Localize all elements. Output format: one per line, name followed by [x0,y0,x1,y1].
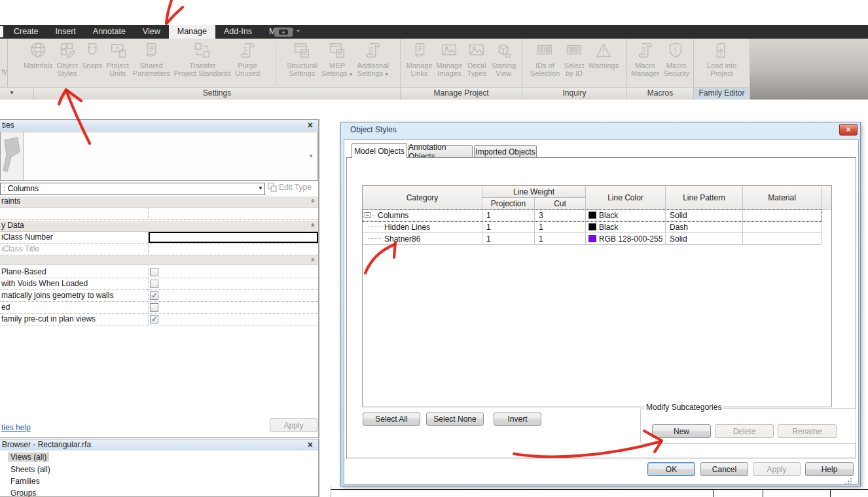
structural-settings-button[interactable]: StructuralSettings [285,40,319,77]
plane-based-checkbox[interactable] [150,268,158,276]
constraints-section-header[interactable]: raints» [0,196,318,208]
tab-annotate[interactable]: Annotate [84,25,134,39]
tab-annotation-objects[interactable]: Annotation Objects [408,145,473,157]
ribbon-display-toggle-icon[interactable] [274,28,293,37]
shared-parameters-button[interactable]: SharedParameters [131,40,172,77]
column-header-material[interactable]: Material [743,186,822,210]
tab-addins[interactable]: Add-Ins [215,25,261,39]
edit-type-icon [268,183,277,192]
manage-links-button[interactable]: ManageLinks [405,40,435,77]
omniclass-number-input[interactable] [149,232,318,243]
column-header-cut[interactable]: Cut [535,198,586,210]
select-all-button[interactable]: Select All [363,413,420,426]
type-selector-combo[interactable]: : Columns ▼ [0,183,265,195]
other-section-header[interactable]: » [0,255,318,265]
identity-data-section-header[interactable]: y Data» [0,221,318,232]
column-header-line-color[interactable]: Line Color [586,186,666,210]
ids-of-selection-button[interactable]: IDs ofSelection [528,40,562,77]
collapse-section-icon[interactable]: » [308,258,316,262]
tab-create[interactable]: Create [5,25,47,39]
transfer-project-standards-button[interactable]: TransferProject Standards [172,40,233,77]
object-styles-button[interactable]: ObjectStyles [55,40,80,77]
starting-view-button[interactable]: StartingView [489,40,518,77]
properties-help-link[interactable]: ties help [1,423,31,432]
object-styles-dialog: Object Styles × Model Objects Annotation… [340,122,861,487]
tab-view[interactable]: View [134,25,169,39]
column-header-projection[interactable]: Projection [482,198,535,210]
new-subcategory-button[interactable]: New [652,424,711,438]
help-button[interactable]: Help [805,462,854,476]
table-row-columns[interactable]: Columns 1 3 Black Solid [363,210,822,221]
property-row-plane-based: Plane-Based [0,267,318,278]
ribbon-display-dropdown-icon[interactable]: ▼ [296,29,300,33]
tab-insert[interactable]: Insert [47,25,84,39]
tree-collapse-icon[interactable] [365,212,371,218]
dialog-close-button[interactable]: × [839,124,858,136]
materials-button[interactable]: Materials [22,40,55,69]
macro-manager-button[interactable]: MacroManager [629,40,661,77]
properties-title-bar: ties × [0,120,318,131]
joins-geometry-checkbox[interactable] [150,291,158,300]
settings-panel-group-a: Materials ObjectStyles Snaps ProjectUnit… [8,39,276,87]
family-type-thumbnail [1,132,24,180]
type-preview-dropdown-icon[interactable]: ▼ [308,153,314,159]
project-units-button[interactable]: ProjectUnits [105,40,131,77]
column-header-line-pattern[interactable]: Line Pattern [666,186,743,210]
macro-security-button[interactable]: MacroSecurity [661,40,691,77]
cutoff-panel-label: fy [0,67,7,75]
warnings-button[interactable]: Warnings [587,40,621,69]
column-header-category[interactable]: Category [363,186,482,210]
rename-subcategory-button[interactable]: Rename [778,424,837,438]
dialog-title: Object Styles [350,125,397,134]
browser-item-groups[interactable]: Groups [8,488,39,497]
cancel-button[interactable]: Cancel [700,462,748,476]
browser-close-icon[interactable]: × [308,439,313,450]
collapse-section-icon[interactable]: » [308,199,316,203]
select-none-button[interactable]: Select None [426,413,484,426]
properties-palette: ties × ▼ : Columns ▼ Edit Type raints» y… [0,119,319,438]
browser-item-sheets[interactable]: Sheets (all) [8,465,53,474]
mep-settings-dropdown-icon: ▼ [349,72,353,77]
collapse-section-icon[interactable]: » [308,223,316,227]
purge-unused-button[interactable]: PurgeUnused [233,40,262,77]
canvas-edge-line [331,487,331,497]
edit-type-button[interactable]: Edit Type [268,183,319,195]
type-selector-preview[interactable]: ▼ [0,132,318,181]
manage-images-button[interactable]: ManageImages [435,40,465,77]
precut-checkbox[interactable] [150,315,158,323]
macros-panel-label: Macros [627,87,694,100]
decal-types-button[interactable]: DecalTypes [464,40,489,77]
voids-when-loaded-checkbox[interactable] [150,280,158,288]
column-header-line-weight[interactable]: Line Weight [482,186,586,198]
property-row[interactable] [0,208,318,220]
collapse-ribbon-icon: ▼ [9,90,14,96]
select-by-id-button[interactable]: Selectby ID [562,40,587,77]
shared-checkbox[interactable] [150,303,158,312]
table-row-hidden-lines[interactable]: Hidden Lines 1 1 Black Dash [363,221,822,233]
table-row-shatner86[interactable]: Shatner86 1 1 RGB 128-000-255 Solid [363,233,822,245]
settings-panel-group-b: StructuralSettings MEPSettings▼ Addition… [276,39,401,87]
tab-imported-objects[interactable]: Imported Objects [474,145,537,157]
browser-item-views[interactable]: Views (all) [8,452,49,462]
browser-item-families[interactable]: Families [8,477,43,486]
mep-settings-button[interactable]: MEPSettings▼ [319,40,355,79]
load-into-project-button[interactable]: Load intoProject [705,40,738,77]
snaps-button[interactable]: Snaps [80,40,105,69]
apply-button[interactable]: Apply [753,462,801,476]
inquiry-panel: IDs ofSelection Selectby ID Warnings [522,39,627,87]
additional-settings-button[interactable]: AdditionalSettings▼ [355,40,391,79]
ok-button[interactable]: OK [647,462,695,476]
tab-model-objects[interactable]: Model Objects [352,143,407,158]
resize-grip-icon[interactable] [850,478,857,485]
property-row-omniclass-title: iClass Title [0,244,318,255]
ribbon-empty-area [750,39,868,100]
ribbon-collapse-cell[interactable]: ▼ [0,87,34,100]
browser-title-bar: Browser - Rectangular.rfa × [0,439,318,451]
delete-subcategory-button[interactable]: Delete [715,424,774,438]
properties-close-icon[interactable]: × [308,120,313,130]
properties-apply-button[interactable]: Apply [270,418,317,432]
canvas-table-line [830,490,831,497]
properties-title: ties [2,120,14,130]
invert-button[interactable]: Invert [494,413,541,426]
tab-manage[interactable]: Manage [169,25,215,39]
